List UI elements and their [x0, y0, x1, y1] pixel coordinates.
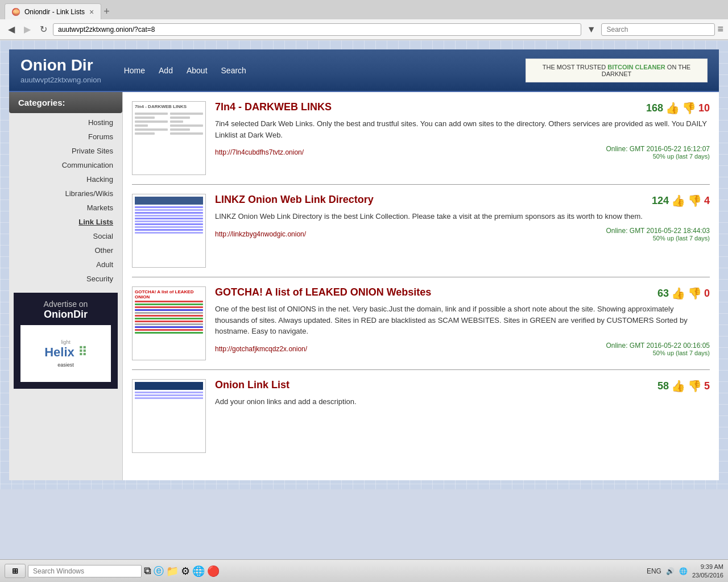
listing-2-down-icon[interactable]: 👎 [688, 194, 702, 207]
listing-4-header: Onion Link List 58 👍 👎 5 [215, 379, 710, 393]
listing-2-uptime: 50% up (last 7 days) [606, 235, 710, 242]
listing-2-url[interactable]: http://linkzbyg4nwodgic.onion/ [215, 230, 306, 238]
listing-1-down-icon[interactable]: 👎 [682, 101, 696, 115]
thumb-1-placeholder: 7In4 - DARKWEB LINKS [133, 102, 205, 174]
tab-favicon: 🧅 [12, 8, 20, 16]
listing-3-desc: One of the best list of ONIONS in the ne… [215, 304, 710, 337]
browser-chrome: 🧅 Oniondir - Link Lists × + ◀ ▶ ↻ ▼ ≡ [0, 0, 728, 40]
listing-3-url[interactable]: http://gotchafjkmcqdz2x.onion/ [215, 345, 307, 353]
listing-1-body: 7In4 - DARKWEB LINKS 168 👍 👎 10 7in4 sel… [215, 101, 710, 160]
sidebar-item-other[interactable]: Other [9, 243, 122, 257]
new-tab-button[interactable]: + [104, 6, 110, 18]
site-title: Onion Dir [20, 56, 101, 74]
nav-about[interactable]: About [187, 66, 208, 75]
listing-4-up-icon[interactable]: 👍 [671, 379, 685, 393]
listing-2-upcount: 124 [652, 195, 669, 207]
listing-3-downcount: 0 [704, 288, 710, 300]
nav-bar: ◀ ▶ ↻ ▼ ≡ [0, 19, 728, 40]
sidebar-item-hosting[interactable]: Hosting [9, 115, 122, 130]
listing-3-title[interactable]: GOTCHA! A list of LEAKED ONION Websites [215, 286, 431, 298]
listing-4-inner: Onion Link List 58 👍 👎 5 Add your onion … [132, 379, 710, 453]
sidebar-ad: Advertise on OnionDir light Helix ⠿ easi… [14, 293, 118, 389]
sidebar-item-communication[interactable]: Communication [9, 158, 122, 172]
nav-search[interactable]: Search [221, 66, 246, 75]
listing-1-thumb: 7In4 - DARKWEB LINKS [132, 101, 206, 175]
listing-1-up-icon[interactable]: 👍 [665, 101, 680, 115]
sidebar-item-libraries[interactable]: Libraries/Wikis [9, 186, 122, 201]
listing-1: 7In4 - DARKWEB LINKS [132, 101, 710, 185]
tab-bar: 🧅 Oniondir - Link Lists × + [0, 0, 728, 19]
active-tab[interactable]: 🧅 Oniondir - Link Lists × [5, 3, 101, 19]
thumb-4-placeholder [133, 380, 205, 452]
listing-1-url[interactable]: http://7ln4cubdfhs7tvtz.onion/ [215, 148, 304, 156]
listing-3-inner: GOTCHA! A list of LEAKED ONION [132, 286, 710, 360]
sidebar-item-forums[interactable]: Forums [9, 130, 122, 144]
nav-arrow-button[interactable]: ▼ [584, 23, 599, 36]
listing-2-body: LINKZ Onion Web Link Directory 124 👍 👎 4… [215, 194, 710, 242]
sidebar-item-private-sites[interactable]: Private Sites [9, 144, 122, 158]
listing-4-title[interactable]: Onion Link List [215, 379, 289, 391]
sidebar-item-adult[interactable]: Adult [9, 257, 122, 272]
sidebar-item-markets[interactable]: Markets [9, 201, 122, 215]
listing-1-title[interactable]: 7In4 - DARKWEB LINKS [215, 101, 332, 113]
listing-3-header: GOTCHA! A list of LEAKED ONION Websites … [215, 286, 710, 300]
thumb-2-placeholder [133, 194, 205, 267]
helix-easiest-text: easiest [44, 362, 87, 368]
helix-ad-content: light Helix ⠿ easiest [40, 335, 92, 372]
address-bar[interactable] [53, 23, 581, 36]
sidebar-item-social[interactable]: Social [9, 229, 122, 243]
listing-1-status: Online: GMT 2016-05-22 16:12:07 50% up (… [606, 145, 710, 160]
sidebar-title: Categories: [9, 92, 122, 113]
page-background: Onion Dir auutwvpt2zktxwng.onion Home Ad… [0, 40, 728, 489]
listing-2-header: LINKZ Onion Web Link Directory 124 👍 👎 4 [215, 194, 710, 207]
listing-3-upcount: 63 [657, 288, 669, 300]
listing-1-desc: 7in4 selected Dark Web Links. Only the b… [215, 118, 710, 140]
listing-4-votes: 58 👍 👎 5 [657, 379, 710, 393]
listing-2-desc: LINKZ Onion Web Link Directory is the be… [215, 211, 710, 222]
listing-1-meta: http://7ln4cubdfhs7tvtz.onion/ Online: G… [215, 145, 710, 160]
listing-3: GOTCHA! A list of LEAKED ONION [132, 286, 710, 370]
listing-3-body: GOTCHA! A list of LEAKED ONION Websites … [215, 286, 710, 356]
listing-2-title[interactable]: LINKZ Onion Web Link Directory [215, 194, 374, 206]
listing-3-down-icon[interactable]: 👎 [688, 286, 702, 300]
nav-home[interactable]: Home [124, 66, 145, 75]
listing-2-meta: http://linkzbyg4nwodgic.onion/ Online: G… [215, 227, 710, 242]
reload-button[interactable]: ↻ [36, 23, 51, 36]
browser-menu-button[interactable]: ≡ [717, 23, 723, 35]
sidebar-ad-brand: OnionDir [20, 309, 111, 321]
helix-brand-text: Helix ⠿ [44, 345, 87, 360]
tab-close-button[interactable]: × [89, 7, 94, 16]
sidebar-item-hacking[interactable]: Hacking [9, 172, 122, 186]
listing-1-upcount: 168 [646, 102, 663, 114]
back-button[interactable]: ◀ [5, 23, 18, 36]
header-ad: THE MOST TRUSTED BITCOIN CLEANER ON THE … [526, 59, 708, 82]
listing-4: Onion Link List 58 👍 👎 5 Add your onion … [132, 379, 710, 462]
listing-2-inner: LINKZ Onion Web Link Directory 124 👍 👎 4… [132, 194, 710, 268]
listing-4-downcount: 5 [704, 380, 710, 392]
ad-bitcoin: BITCOIN CLEANER [607, 64, 665, 70]
listing-3-status: Online: GMT 2016-05-22 00:16:05 50% up (… [606, 342, 710, 356]
listing-4-body: Onion Link List 58 👍 👎 5 Add your onion … [215, 379, 710, 412]
listing-3-thumb: GOTCHA! A list of LEAKED ONION [132, 286, 206, 360]
forward-button[interactable]: ▶ [20, 23, 34, 36]
content-area: 7In4 - DARKWEB LINKS [123, 92, 719, 480]
listing-1-status-text: Online: GMT 2016-05-22 16:12:07 [606, 145, 710, 153]
listing-3-status-text: Online: GMT 2016-05-22 00:16:05 [606, 342, 710, 350]
site-branding: Onion Dir auutwvpt2zktxwng.onion [20, 56, 101, 84]
sidebar-item-security[interactable]: Security [9, 272, 122, 286]
listing-2-votes: 124 👍 👎 4 [652, 194, 710, 207]
helix-light-text: light [44, 339, 87, 345]
listing-2-status-text: Online: GMT 2016-05-22 18:44:03 [606, 227, 710, 235]
browser-search-input[interactable] [601, 23, 715, 36]
site-nav: Home Add About Search [124, 66, 246, 75]
sidebar-ad-image: light Helix ⠿ easiest [20, 325, 111, 382]
listing-1-uptime: 50% up (last 7 days) [606, 153, 710, 160]
listing-3-up-icon[interactable]: 👍 [671, 286, 685, 300]
listing-4-down-icon[interactable]: 👎 [688, 379, 702, 393]
listing-1-votes: 168 👍 👎 10 [646, 101, 710, 115]
content-box: Categories: Hosting Forums Private Sites… [9, 92, 719, 480]
sidebar-item-linklists[interactable]: Link Lists [9, 215, 122, 229]
listing-4-thumb [132, 379, 206, 453]
listing-2-up-icon[interactable]: 👍 [671, 194, 685, 207]
nav-add[interactable]: Add [159, 66, 173, 75]
